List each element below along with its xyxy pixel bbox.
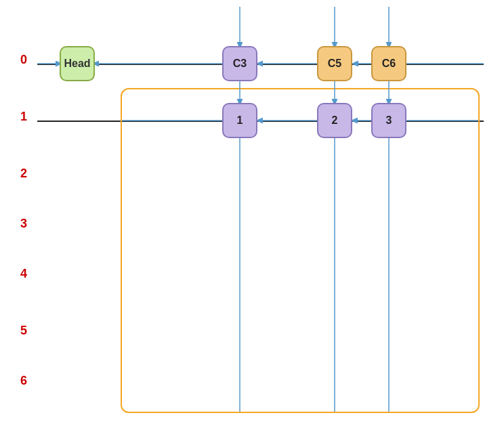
node-C6[interactable]: C6 (371, 46, 406, 81)
node-3[interactable]: 3 (371, 103, 406, 138)
node-2[interactable]: 2 (317, 103, 352, 138)
row-label-3: 3 (20, 217, 27, 231)
hline-0 (37, 64, 484, 65)
row-label-0: 0 (20, 53, 27, 67)
row-label-5: 5 (20, 324, 27, 338)
row-label-4: 4 (20, 267, 27, 281)
hline-1 (37, 121, 484, 122)
node-C5[interactable]: C5 (317, 46, 352, 81)
row-label-6: 6 (20, 374, 27, 388)
row-label-2: 2 (20, 167, 27, 181)
row-label-1: 1 (20, 110, 27, 124)
node-C3[interactable]: C3 (222, 46, 257, 81)
node-head[interactable]: Head (60, 46, 95, 81)
diagram: 0 1 2 3 4 5 6 Head C3 C5 C6 1 2 3 (0, 0, 504, 432)
branch-region (121, 88, 480, 413)
node-1[interactable]: 1 (222, 103, 257, 138)
